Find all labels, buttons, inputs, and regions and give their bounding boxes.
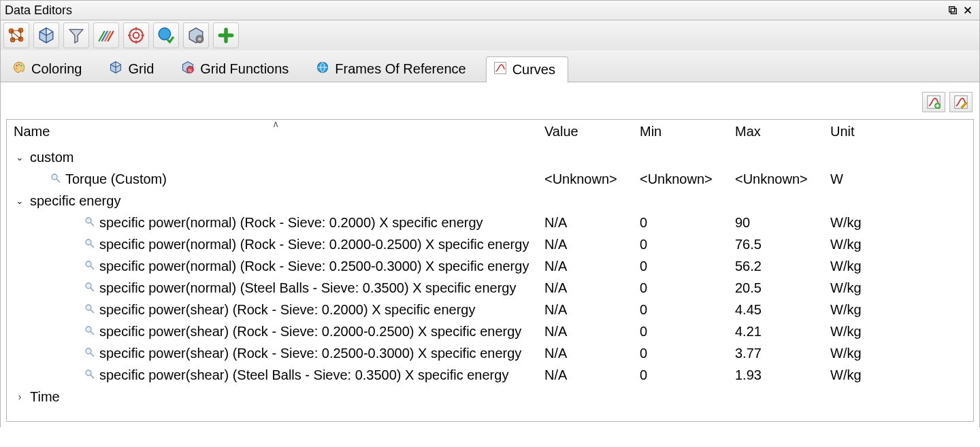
globe-blue-icon [316, 61, 329, 78]
tab-label: Curves [512, 62, 555, 78]
undock-button[interactable] [945, 3, 960, 17]
tab-label: Grid [128, 61, 154, 77]
row-name: Torque (Custom) [65, 169, 167, 188]
magnifier-icon [84, 365, 95, 384]
magnifier-icon [84, 235, 95, 254]
magnifier-icon [84, 256, 95, 276]
toolbar-funnel-button[interactable] [63, 22, 89, 48]
cube-icon [109, 61, 122, 78]
chevron-down-icon[interactable]: ⌄ [14, 191, 26, 210]
tab-coloring[interactable]: Coloring [5, 56, 95, 82]
table-row[interactable]: Torque (Custom)<Unknown><Unknown><Unknow… [7, 168, 973, 190]
tab-content: Name Value Min Max Unit ∧ ⌄customTorque … [0, 82, 980, 427]
row-value: N/A [544, 256, 640, 276]
row-value: N/A [544, 322, 640, 341]
close-button[interactable] [960, 3, 975, 17]
toolbar-lines-button[interactable] [93, 22, 119, 48]
col-min[interactable]: Min [640, 124, 735, 139]
sort-caret-icon: ∧ [272, 118, 279, 129]
toolbar-network-button[interactable] [3, 22, 29, 48]
row-unit: W/kg [830, 278, 966, 297]
table-row[interactable]: specific power(normal) (Steel Balls - Si… [7, 277, 973, 299]
table-group-row[interactable]: ⌄custom [7, 146, 973, 168]
row-name: specific power(shear) (Rock - Sieve: 0.2… [99, 344, 521, 363]
col-name[interactable]: Name [14, 124, 544, 139]
table-row[interactable]: specific power(shear) (Rock - Sieve: 0.2… [7, 299, 973, 320]
row-min: 0 [640, 344, 735, 363]
row-unit: W/kg [830, 300, 966, 319]
row-name: specific power(shear) (Steel Balls - Sie… [99, 365, 508, 384]
toolbar-cube-button[interactable] [33, 22, 59, 48]
name-cell: Torque (Custom) [14, 169, 544, 188]
tab-grid[interactable]: Grid [101, 56, 167, 82]
table-row[interactable]: specific power(normal) (Rock - Sieve: 0.… [7, 233, 973, 255]
col-max[interactable]: Max [735, 124, 830, 139]
name-cell: specific power(normal) (Rock - Sieve: 0.… [14, 213, 544, 232]
magnifier-icon [84, 213, 95, 232]
row-name: specific energy [30, 191, 120, 210]
table-header: Name Value Min Max Unit ∧ [7, 120, 973, 144]
row-min: 0 [640, 235, 735, 254]
row-max: <Unknown> [735, 169, 830, 188]
row-name: specific power(shear) (Rock - Sieve: 0.2… [99, 300, 475, 319]
curves-table: Name Value Min Max Unit ∧ ⌄customTorque … [6, 119, 974, 422]
row-unit: W [830, 169, 966, 188]
row-max: 20.5 [735, 278, 830, 297]
row-max: 4.21 [735, 322, 830, 341]
row-name: specific power(normal) (Rock - Sieve: 0.… [99, 213, 483, 232]
row-min: 0 [640, 365, 735, 384]
add-curve-button[interactable] [922, 92, 945, 112]
row-name: Time [30, 387, 60, 406]
content-actions [6, 89, 974, 119]
row-value: <Unknown> [544, 169, 640, 188]
name-cell: ⌄custom [14, 148, 544, 167]
tab-label: Frames Of Reference [335, 61, 466, 77]
col-value[interactable]: Value [544, 124, 640, 139]
toolbar-globe-check-button[interactable] [153, 22, 179, 48]
row-unit: W/kg [830, 235, 966, 254]
table-group-row[interactable]: ⌄specific energy [7, 190, 973, 212]
name-cell: specific power(normal) (Steel Balls - Si… [14, 278, 544, 297]
name-cell: specific power(shear) (Steel Balls - Sie… [14, 365, 544, 384]
row-value: N/A [544, 344, 640, 363]
window-title: Data Editors [5, 3, 945, 18]
chevron-down-icon[interactable]: ⌄ [14, 148, 26, 167]
tab-curves[interactable]: Curves [486, 56, 568, 82]
row-name: specific power(normal) (Rock - Sieve: 0.… [99, 235, 529, 254]
row-max: 76.5 [735, 235, 830, 254]
row-value: N/A [544, 213, 640, 232]
row-value: N/A [544, 365, 640, 384]
table-row[interactable]: specific power(shear) (Rock - Sieve: 0.2… [7, 342, 973, 364]
tab-grid-functions[interactable]: Grid Functions [174, 56, 301, 82]
tab-frames-of-reference[interactable]: Frames Of Reference [308, 56, 478, 82]
toolbar-cube-gear-button[interactable] [183, 22, 209, 48]
row-unit: W/kg [830, 344, 966, 363]
table-group-row[interactable]: ›Time [7, 386, 973, 408]
row-min: 0 [640, 300, 735, 319]
main-toolbar [0, 20, 980, 50]
row-min: 0 [640, 322, 735, 341]
row-unit: W/kg [830, 256, 966, 276]
tab-label: Grid Functions [200, 61, 289, 77]
edit-curve-button[interactable] [949, 92, 973, 112]
table-row[interactable]: specific power(normal) (Rock - Sieve: 0.… [7, 255, 973, 277]
table-row[interactable]: specific power(normal) (Rock - Sieve: 0.… [7, 212, 973, 233]
row-max: 1.93 [735, 365, 830, 384]
row-value: N/A [544, 300, 640, 319]
toolbar-add-button[interactable] [213, 22, 239, 48]
tab-label: Coloring [31, 61, 82, 77]
chevron-right-icon[interactable]: › [14, 387, 26, 406]
toolbar-target-button[interactable] [123, 22, 149, 48]
table-row[interactable]: specific power(shear) (Rock - Sieve: 0.2… [7, 320, 973, 342]
row-max: 90 [735, 213, 830, 232]
name-cell: ›Time [14, 387, 544, 406]
col-unit[interactable]: Unit [830, 124, 966, 139]
row-name: custom [30, 148, 74, 167]
table-body: ⌄customTorque (Custom)<Unknown><Unknown>… [7, 144, 973, 421]
title-bar: Data Editors [0, 0, 980, 20]
row-min: 0 [640, 278, 735, 297]
table-row[interactable]: specific power(shear) (Steel Balls - Sie… [7, 364, 973, 386]
name-cell: specific power(normal) (Rock - Sieve: 0.… [14, 256, 544, 276]
curve-icon [493, 61, 507, 78]
row-name: specific power(normal) (Rock - Sieve: 0.… [99, 256, 529, 276]
